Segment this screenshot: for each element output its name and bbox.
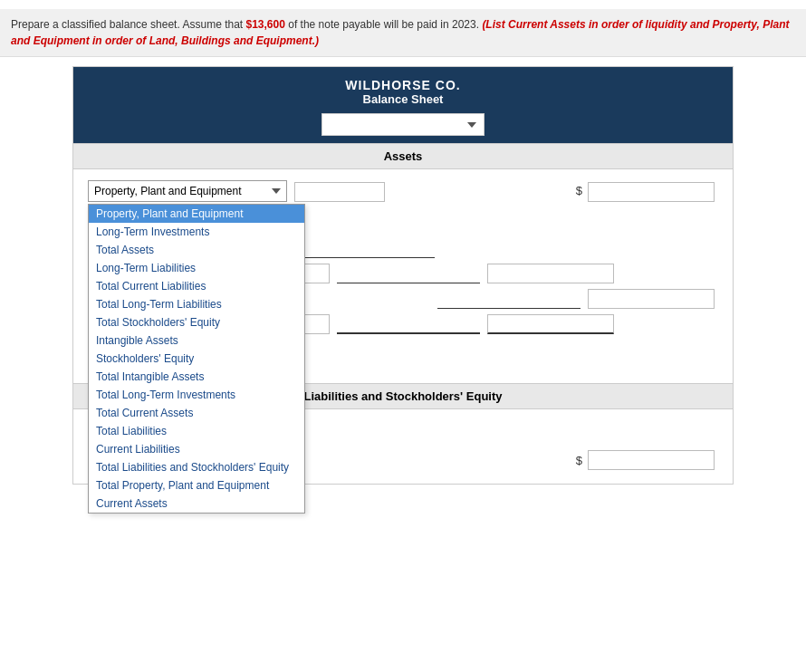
dropdown-option-tlse[interactable]: Total Liabilities and Stockholders' Equi…: [89, 458, 304, 476]
ppe-input-field[interactable]: [294, 182, 385, 202]
row4-right-field[interactable]: [588, 289, 715, 309]
dropdown-option-cl[interactable]: Current Liabilities: [89, 440, 304, 458]
dropdown-option-tlti[interactable]: Total Long-Term Investments: [89, 386, 304, 404]
dropdown-option-ltl[interactable]: Long-Term Liabilities: [89, 259, 304, 277]
liabilities-label: Liabilities and Stockholders' Equity: [303, 389, 502, 403]
assets-label: Assets: [384, 149, 423, 163]
instruction-text-mid: of the note payable will be paid in 2023…: [285, 18, 483, 31]
dropdown-option-tl[interactable]: Total Liabilities: [89, 422, 304, 440]
dropdown-popup: Property, Plant and Equipment Long-Term …: [88, 204, 305, 514]
dropdown-option-ca[interactable]: Current Assets: [89, 494, 304, 513]
dropdown-option-tia[interactable]: Total Intangible Assets: [89, 368, 304, 386]
ppe-total-field[interactable]: [588, 182, 715, 202]
dropdown-option-ppe[interactable]: Property, Plant and Equipment: [89, 205, 304, 223]
row3-mid-field[interactable]: [337, 264, 480, 283]
row3-right-field[interactable]: [487, 264, 614, 283]
row5-mid-field[interactable]: [337, 314, 480, 334]
sheet-title: Balance Sheet: [73, 92, 733, 106]
dropdown-option-tltl[interactable]: Total Long-Term Liabilities: [89, 295, 304, 313]
dollar-sign-3: $: [576, 454, 582, 467]
main-dropdown-container: Property, Plant and Equipment Property, …: [88, 180, 287, 202]
instruction-bar: Prepare a classified balance sheet. Assu…: [0, 9, 806, 57]
liabilities-row2-right[interactable]: [588, 450, 715, 470]
page-container: Prepare a classified balance sheet. Assu…: [0, 0, 806, 672]
dropdown-option-tcl[interactable]: Total Current Liabilities: [89, 277, 304, 295]
date-select[interactable]: [321, 113, 485, 136]
row5-right-field[interactable]: [487, 314, 614, 334]
date-row: [73, 113, 733, 136]
dropdown-option-tppe[interactable]: Total Property, Plant and Equipment: [89, 476, 304, 494]
assets-row-1: Property, Plant and Equipment Property, …: [88, 180, 715, 202]
assets-section-header: Assets: [73, 143, 733, 169]
row4-mid-field[interactable]: [437, 289, 581, 309]
balance-sheet-card: WILDHORSE CO. Balance Sheet Assets Prope…: [72, 66, 734, 485]
dropdown-option-ia[interactable]: Intangible Assets: [89, 331, 304, 350]
company-name: WILDHORSE CO.: [73, 78, 733, 92]
main-dropdown-select[interactable]: Property, Plant and Equipment: [88, 180, 287, 202]
assets-form: Property, Plant and Equipment Property, …: [73, 169, 733, 383]
dropdown-option-tca[interactable]: Total Current Assets: [89, 404, 304, 422]
subtotal-value-input[interactable]: [292, 238, 435, 258]
dropdown-option-lti[interactable]: Long-Term Investments: [89, 223, 304, 241]
dollar-sign-1: $: [576, 184, 582, 197]
instruction-text-prefix: Prepare a classified balance sheet. Assu…: [11, 18, 245, 31]
dropdown-option-se[interactable]: Stockholders' Equity: [89, 350, 304, 368]
instruction-amount: $13,600: [245, 18, 284, 31]
dropdown-option-tse[interactable]: Total Stockholders' Equity: [89, 313, 304, 331]
card-header: WILDHORSE CO. Balance Sheet: [73, 67, 733, 143]
dropdown-option-ta[interactable]: Total Assets: [89, 241, 304, 259]
